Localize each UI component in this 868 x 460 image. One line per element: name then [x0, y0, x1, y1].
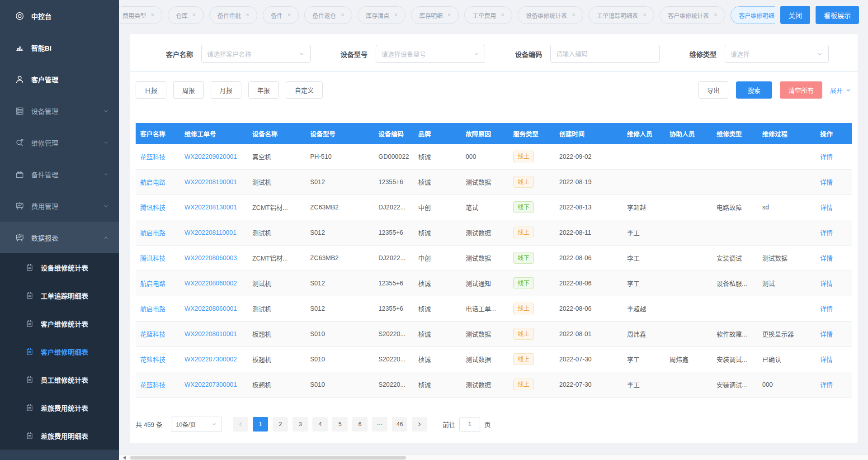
- sidebar-submenu-item[interactable]: 工单追踪明细表: [0, 281, 119, 309]
- next-page-button[interactable]: [412, 417, 427, 432]
- report-range-button[interactable]: 日报: [136, 81, 166, 99]
- tab-close-icon[interactable]: ×: [714, 12, 717, 18]
- report-range-button[interactable]: 年报: [248, 81, 279, 99]
- tab[interactable]: 工单追踪明细表×: [589, 6, 654, 24]
- tab-close-icon[interactable]: ×: [246, 12, 249, 18]
- detail-link[interactable]: 详情: [820, 229, 833, 237]
- tab[interactable]: 备件返仓×: [304, 6, 352, 24]
- customer-name-link[interactable]: 腾讯科技: [136, 245, 180, 270]
- work-order-link[interactable]: WX202207300002: [180, 346, 248, 372]
- tab-close-icon[interactable]: ×: [572, 12, 575, 18]
- tab-close-icon[interactable]: ×: [288, 12, 291, 18]
- sidebar-item[interactable]: 客户管理: [0, 63, 119, 95]
- goto-page-input[interactable]: [459, 417, 480, 432]
- customer-name-link[interactable]: 花篮科技: [136, 372, 180, 397]
- scrollbar-thumb[interactable]: [130, 456, 406, 460]
- export-button[interactable]: 导出: [698, 81, 728, 99]
- tab[interactable]: 备件审批×: [209, 6, 257, 24]
- scroll-left-arrow-icon[interactable]: [121, 456, 126, 460]
- work-order-link[interactable]: WX202208060001: [180, 296, 248, 321]
- sidebar-submenu-item[interactable]: 员工维修统计表: [0, 365, 119, 394]
- tab-close-icon[interactable]: ×: [501, 12, 504, 18]
- sidebar-item[interactable]: 中控台: [0, 0, 119, 32]
- work-order-link[interactable]: WX202208060002: [180, 270, 248, 296]
- tab-close-icon[interactable]: ×: [151, 12, 154, 18]
- work-order-link[interactable]: WX202208010001: [180, 321, 248, 346]
- customer-name-link[interactable]: 腾讯科技: [136, 194, 180, 220]
- detail-link[interactable]: 详情: [820, 280, 833, 287]
- search-button[interactable]: 搜索: [736, 81, 772, 99]
- customer-name-link[interactable]: 花篮科技: [136, 321, 180, 346]
- prev-page-button[interactable]: [233, 417, 248, 432]
- sidebar-submenu-item[interactable]: 差旅费用统计表: [0, 394, 119, 422]
- sidebar-item[interactable]: 设备管理: [0, 95, 119, 127]
- tab[interactable]: 客户维修明细表×: [731, 6, 775, 24]
- page-ellipsis-button[interactable]: ···: [372, 417, 387, 432]
- sidebar-submenu-item[interactable]: 差旅费用明细表: [0, 422, 119, 450]
- tab[interactable]: 工单费用×: [464, 6, 512, 24]
- page-number-button[interactable]: 46: [392, 417, 407, 432]
- detail-link[interactable]: 详情: [820, 204, 833, 211]
- work-order-link[interactable]: WX202207300001: [180, 372, 248, 397]
- report-range-button[interactable]: 月报: [211, 81, 241, 99]
- tab[interactable]: 库存明细×: [411, 6, 459, 24]
- customer-name-link[interactable]: 航启电路: [136, 296, 180, 321]
- work-order-link[interactable]: WX202209020001: [180, 144, 248, 169]
- detail-link[interactable]: 详情: [820, 305, 833, 313]
- close-button[interactable]: 关闭: [780, 6, 810, 24]
- customer-name-link[interactable]: 花篮科技: [136, 144, 180, 169]
- detail-link[interactable]: 详情: [820, 331, 833, 338]
- page-size-select[interactable]: 10条/页: [171, 417, 222, 432]
- repair-type-select[interactable]: 请选择: [725, 45, 829, 63]
- sidebar-item[interactable]: 维修管理: [0, 127, 119, 158]
- customer-name-select[interactable]: 请选择客户名称: [201, 45, 311, 63]
- device-code-input[interactable]: [550, 45, 660, 63]
- sidebar-submenu-item[interactable]: 设备维修统计表: [0, 253, 119, 281]
- tab[interactable]: 库存清点×: [358, 6, 406, 24]
- sidebar-item[interactable]: 数据报表: [0, 222, 119, 253]
- page-number-button[interactable]: 4: [312, 417, 328, 432]
- sidebar-submenu-item[interactable]: 客户维修统计表: [0, 309, 119, 337]
- work-order-link[interactable]: WX202208190001: [180, 169, 248, 194]
- customer-name-link[interactable]: 花篮科技: [136, 346, 180, 372]
- sidebar-item[interactable]: 智能BI: [0, 32, 119, 63]
- tab[interactable]: 备件×: [263, 6, 299, 24]
- board-display-button[interactable]: 看板展示: [816, 6, 859, 24]
- table-cell: 12355+6: [374, 296, 414, 321]
- work-order-link[interactable]: WX202208060003: [180, 245, 248, 270]
- detail-link[interactable]: 详情: [820, 153, 833, 161]
- page-number-button[interactable]: 1: [253, 417, 268, 432]
- device-model-select[interactable]: 请选择设备型号: [376, 45, 485, 63]
- report-range-button[interactable]: 周报: [173, 81, 204, 99]
- sidebar-item[interactable]: 备件管理: [0, 158, 119, 190]
- tab[interactable]: 设备维修统计表×: [518, 6, 583, 24]
- tab-label: 仓库: [176, 11, 188, 19]
- tab-close-icon[interactable]: ×: [448, 12, 451, 18]
- detail-link[interactable]: 详情: [820, 381, 833, 389]
- tab-close-icon[interactable]: ×: [643, 12, 646, 18]
- detail-link[interactable]: 详情: [820, 356, 833, 363]
- detail-link[interactable]: 详情: [820, 179, 833, 186]
- tab-close-icon[interactable]: ×: [193, 12, 196, 18]
- sidebar-item[interactable]: 费用管理: [0, 190, 119, 222]
- detail-link[interactable]: 详情: [820, 255, 833, 262]
- work-order-link[interactable]: WX202208110001: [180, 220, 248, 245]
- page-number-button[interactable]: 3: [292, 417, 308, 432]
- tab[interactable]: 仓库×: [168, 6, 204, 24]
- expand-toggle[interactable]: 展开: [830, 85, 851, 95]
- tab[interactable]: 费用类型×: [114, 6, 162, 24]
- work-order-link[interactable]: WX202208130001: [180, 194, 248, 220]
- customer-name-link[interactable]: 航启电路: [136, 270, 180, 296]
- customer-name-link[interactable]: 航启电路: [136, 169, 180, 194]
- page-number-button[interactable]: 2: [273, 417, 288, 432]
- tab-close-icon[interactable]: ×: [341, 12, 344, 18]
- report-range-button[interactable]: 自定义: [286, 81, 323, 99]
- page-number-button[interactable]: 6: [352, 417, 368, 432]
- tab[interactable]: 客户维修统计表×: [660, 6, 725, 24]
- clear-all-button[interactable]: 清空所有: [780, 81, 822, 99]
- customer-name-link[interactable]: 航启电路: [136, 220, 180, 245]
- page-number-button[interactable]: 5: [332, 417, 348, 432]
- tab-close-icon[interactable]: ×: [394, 12, 397, 18]
- horizontal-scrollbar[interactable]: [119, 455, 868, 460]
- sidebar-submenu-item[interactable]: 客户维修明细表: [0, 337, 119, 365]
